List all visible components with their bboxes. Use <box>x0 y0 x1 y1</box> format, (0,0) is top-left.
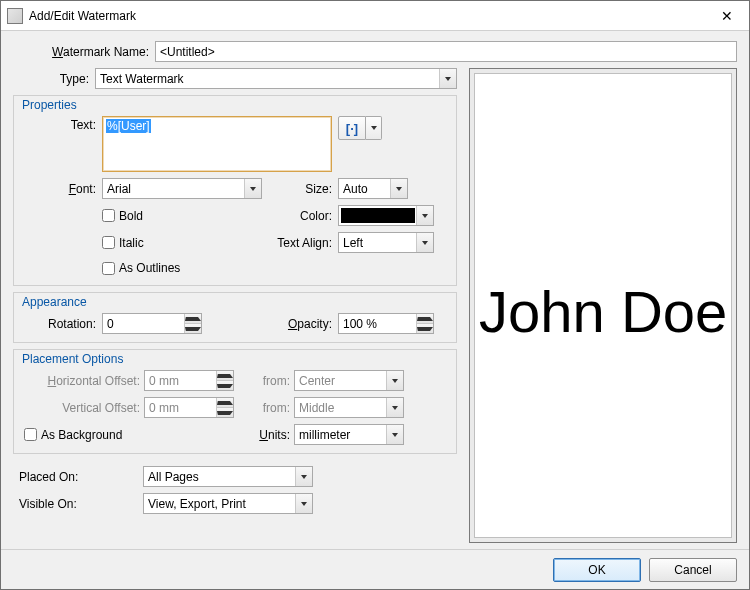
visible-on-combo[interactable]: View, Export, Print <box>143 493 313 514</box>
watermark-name-row: Watermark Name: <box>13 41 737 62</box>
v-offset-label: Vertical Offset: <box>22 401 140 415</box>
app-icon <box>7 8 23 24</box>
spin-buttons <box>216 371 233 390</box>
button-bar: OK Cancel <box>1 549 749 589</box>
units-label: Units: <box>238 428 290 442</box>
visible-on-value: View, Export, Print <box>148 497 246 511</box>
h-offset-label: Horizontal Offset: <box>22 374 140 388</box>
preview-text: John Doe <box>479 278 727 345</box>
as-background-label: As Background <box>41 428 122 442</box>
from-v-value: Middle <box>299 401 334 415</box>
dialog-content: Watermark Name: Type: Text Watermark Pro… <box>1 31 749 549</box>
chevron-down-icon <box>386 398 403 417</box>
properties-legend: Properties <box>22 98 77 112</box>
dialog-title: Add/Edit Watermark <box>29 9 705 23</box>
preview-pane: John Doe <box>469 68 737 543</box>
italic-label: Italic <box>119 236 144 250</box>
chevron-down-icon <box>416 233 433 252</box>
units-combo[interactable]: millimeter <box>294 424 404 445</box>
text-align-value: Left <box>343 236 363 250</box>
as-background-row: As Background <box>22 426 234 444</box>
opacity-spin[interactable]: 100 % <box>338 313 434 334</box>
as-background-checkbox[interactable] <box>24 428 37 441</box>
type-row: Type: Text Watermark <box>13 68 457 89</box>
placement-legend: Placement Options <box>22 352 123 366</box>
spin-buttons <box>216 398 233 417</box>
close-icon: ✕ <box>721 8 733 24</box>
watermark-text-input[interactable]: %[User] <box>102 116 332 172</box>
text-value: %[User] <box>106 119 151 133</box>
insert-macro-splitbutton[interactable]: [·] <box>338 116 448 140</box>
bold-checkbox[interactable] <box>102 209 115 222</box>
font-combo[interactable]: Arial <box>102 178 262 199</box>
font-label: Font: <box>22 182 96 196</box>
from-label-2: from: <box>238 401 290 415</box>
cancel-button[interactable]: Cancel <box>649 558 737 582</box>
chevron-down-icon <box>295 467 312 486</box>
appearance-legend: Appearance <box>22 295 87 309</box>
as-outlines-row: As Outlines <box>102 259 262 277</box>
bold-label: Bold <box>119 209 143 223</box>
from-h-value: Center <box>299 374 335 388</box>
as-outlines-label: As Outlines <box>119 261 180 275</box>
properties-group: Properties Text: %[User] [·] Font: <box>13 95 457 286</box>
placed-on-row: Placed On: All Pages <box>15 466 455 487</box>
italic-row: Italic <box>102 234 262 252</box>
watermark-name-input[interactable] <box>155 41 737 62</box>
close-button[interactable]: ✕ <box>705 1 749 30</box>
dialog-window: Add/Edit Watermark ✕ Watermark Name: Typ… <box>0 0 750 590</box>
chevron-down-icon <box>295 494 312 513</box>
visible-on-row: Visible On: View, Export, Print <box>15 493 455 514</box>
watermark-name-label: Watermark Name: <box>13 45 155 59</box>
spin-buttons <box>416 314 433 333</box>
opacity-label: Opacity: <box>268 317 332 331</box>
chevron-down-icon <box>366 116 382 140</box>
chevron-down-icon <box>390 179 407 198</box>
from-v-combo[interactable]: Middle <box>294 397 404 418</box>
text-align-combo[interactable]: Left <box>338 232 434 253</box>
placed-on-label: Placed On: <box>15 470 143 484</box>
h-offset-spin[interactable]: 0 mm <box>144 370 234 391</box>
chevron-down-icon <box>244 179 261 198</box>
type-combo[interactable]: Text Watermark <box>95 68 457 89</box>
main-columns: Type: Text Watermark Properties Text: %[… <box>13 68 737 543</box>
as-outlines-checkbox[interactable] <box>102 262 115 275</box>
from-h-combo[interactable]: Center <box>294 370 404 391</box>
color-combo[interactable] <box>338 205 434 226</box>
preview-page: John Doe <box>474 73 732 538</box>
placement-group: Placement Options Horizontal Offset: 0 m… <box>13 349 457 454</box>
color-swatch <box>341 208 415 223</box>
chevron-down-icon <box>386 425 403 444</box>
bottom-rows: Placed On: All Pages Visible On: View, E… <box>13 466 457 514</box>
units-value: millimeter <box>299 428 350 442</box>
ok-button[interactable]: OK <box>553 558 641 582</box>
text-label: Text: <box>22 116 96 132</box>
chevron-down-icon <box>386 371 403 390</box>
type-value: Text Watermark <box>100 72 184 86</box>
visible-on-label: Visible On: <box>15 497 143 511</box>
from-label: from: <box>238 374 290 388</box>
text-align-label: Text Align: <box>268 236 332 250</box>
bold-row: Bold <box>102 207 262 225</box>
v-offset-spin[interactable]: 0 mm <box>144 397 234 418</box>
size-value: Auto <box>343 182 368 196</box>
placed-on-value: All Pages <box>148 470 199 484</box>
rotation-spin[interactable]: 0 <box>102 313 202 334</box>
type-label: Type: <box>13 72 95 86</box>
italic-checkbox[interactable] <box>102 236 115 249</box>
spin-buttons <box>184 314 201 333</box>
chevron-down-icon <box>416 206 433 225</box>
size-combo[interactable]: Auto <box>338 178 408 199</box>
chevron-down-icon <box>439 69 456 88</box>
macro-icon: [·] <box>338 116 366 140</box>
appearance-group: Appearance Rotation: 0 Opacity: 100 % <box>13 292 457 343</box>
font-value: Arial <box>107 182 131 196</box>
titlebar: Add/Edit Watermark ✕ <box>1 1 749 31</box>
color-label: Color: <box>268 209 332 223</box>
size-label: Size: <box>268 182 332 196</box>
placed-on-combo[interactable]: All Pages <box>143 466 313 487</box>
rotation-label: Rotation: <box>22 317 96 331</box>
left-column: Type: Text Watermark Properties Text: %[… <box>13 68 457 543</box>
